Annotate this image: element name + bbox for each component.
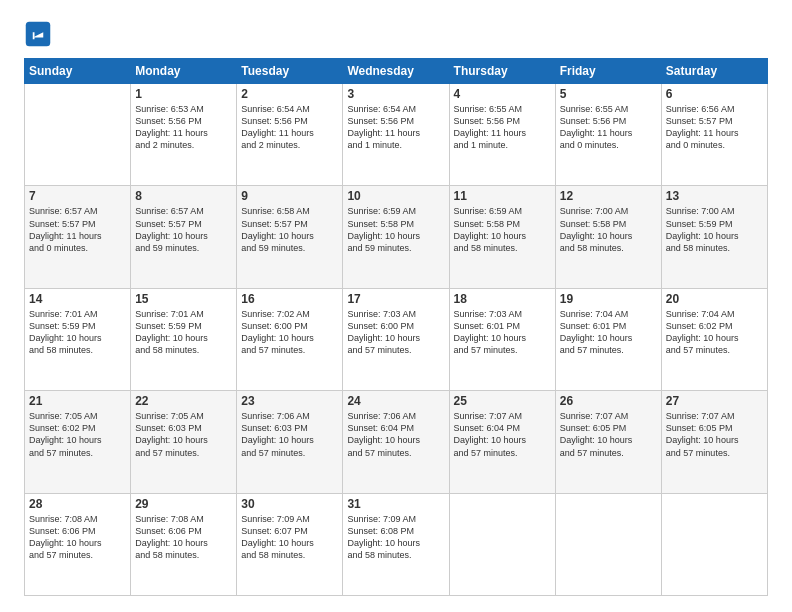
cell-detail: Sunrise: 7:07 AM Sunset: 6:04 PM Dayligh… [454, 410, 551, 459]
calendar-cell: 4Sunrise: 6:55 AM Sunset: 5:56 PM Daylig… [449, 84, 555, 186]
logo-icon [24, 20, 52, 48]
calendar-cell [661, 493, 767, 595]
cell-detail: Sunrise: 7:04 AM Sunset: 6:02 PM Dayligh… [666, 308, 763, 357]
svg-rect-2 [33, 32, 35, 39]
day-number: 9 [241, 189, 338, 203]
cell-detail: Sunrise: 6:56 AM Sunset: 5:57 PM Dayligh… [666, 103, 763, 152]
calendar-cell: 21Sunrise: 7:05 AM Sunset: 6:02 PM Dayli… [25, 391, 131, 493]
calendar-cell: 22Sunrise: 7:05 AM Sunset: 6:03 PM Dayli… [131, 391, 237, 493]
day-number: 23 [241, 394, 338, 408]
day-number: 11 [454, 189, 551, 203]
calendar-cell: 11Sunrise: 6:59 AM Sunset: 5:58 PM Dayli… [449, 186, 555, 288]
cell-detail: Sunrise: 7:06 AM Sunset: 6:04 PM Dayligh… [347, 410, 444, 459]
calendar-cell: 16Sunrise: 7:02 AM Sunset: 6:00 PM Dayli… [237, 288, 343, 390]
weekday-header: Wednesday [343, 59, 449, 84]
calendar-cell: 23Sunrise: 7:06 AM Sunset: 6:03 PM Dayli… [237, 391, 343, 493]
calendar-table: SundayMondayTuesdayWednesdayThursdayFrid… [24, 58, 768, 596]
calendar-cell: 12Sunrise: 7:00 AM Sunset: 5:58 PM Dayli… [555, 186, 661, 288]
calendar-cell: 5Sunrise: 6:55 AM Sunset: 5:56 PM Daylig… [555, 84, 661, 186]
cell-detail: Sunrise: 7:07 AM Sunset: 6:05 PM Dayligh… [560, 410, 657, 459]
day-number: 26 [560, 394, 657, 408]
day-number: 30 [241, 497, 338, 511]
calendar-cell: 1Sunrise: 6:53 AM Sunset: 5:56 PM Daylig… [131, 84, 237, 186]
calendar-cell: 6Sunrise: 6:56 AM Sunset: 5:57 PM Daylig… [661, 84, 767, 186]
weekday-header: Tuesday [237, 59, 343, 84]
day-number: 4 [454, 87, 551, 101]
cell-detail: Sunrise: 7:09 AM Sunset: 6:08 PM Dayligh… [347, 513, 444, 562]
calendar-cell: 7Sunrise: 6:57 AM Sunset: 5:57 PM Daylig… [25, 186, 131, 288]
cell-detail: Sunrise: 6:59 AM Sunset: 5:58 PM Dayligh… [347, 205, 444, 254]
day-number: 27 [666, 394, 763, 408]
cell-detail: Sunrise: 6:53 AM Sunset: 5:56 PM Dayligh… [135, 103, 232, 152]
day-number: 1 [135, 87, 232, 101]
day-number: 2 [241, 87, 338, 101]
calendar-cell: 2Sunrise: 6:54 AM Sunset: 5:56 PM Daylig… [237, 84, 343, 186]
page: SundayMondayTuesdayWednesdayThursdayFrid… [0, 0, 792, 612]
calendar-cell: 19Sunrise: 7:04 AM Sunset: 6:01 PM Dayli… [555, 288, 661, 390]
day-number: 13 [666, 189, 763, 203]
cell-detail: Sunrise: 7:06 AM Sunset: 6:03 PM Dayligh… [241, 410, 338, 459]
day-number: 20 [666, 292, 763, 306]
calendar-cell: 14Sunrise: 7:01 AM Sunset: 5:59 PM Dayli… [25, 288, 131, 390]
calendar-cell: 3Sunrise: 6:54 AM Sunset: 5:56 PM Daylig… [343, 84, 449, 186]
calendar-cell: 13Sunrise: 7:00 AM Sunset: 5:59 PM Dayli… [661, 186, 767, 288]
cell-detail: Sunrise: 6:57 AM Sunset: 5:57 PM Dayligh… [29, 205, 126, 254]
calendar-cell: 29Sunrise: 7:08 AM Sunset: 6:06 PM Dayli… [131, 493, 237, 595]
cell-detail: Sunrise: 6:55 AM Sunset: 5:56 PM Dayligh… [560, 103, 657, 152]
day-number: 21 [29, 394, 126, 408]
day-number: 31 [347, 497, 444, 511]
calendar-week: 1Sunrise: 6:53 AM Sunset: 5:56 PM Daylig… [25, 84, 768, 186]
calendar-cell: 30Sunrise: 7:09 AM Sunset: 6:07 PM Dayli… [237, 493, 343, 595]
cell-detail: Sunrise: 7:09 AM Sunset: 6:07 PM Dayligh… [241, 513, 338, 562]
day-number: 6 [666, 87, 763, 101]
calendar-cell: 27Sunrise: 7:07 AM Sunset: 6:05 PM Dayli… [661, 391, 767, 493]
calendar-cell: 26Sunrise: 7:07 AM Sunset: 6:05 PM Dayli… [555, 391, 661, 493]
day-number: 8 [135, 189, 232, 203]
cell-detail: Sunrise: 7:01 AM Sunset: 5:59 PM Dayligh… [135, 308, 232, 357]
cell-detail: Sunrise: 7:00 AM Sunset: 5:59 PM Dayligh… [666, 205, 763, 254]
day-number: 7 [29, 189, 126, 203]
day-number: 29 [135, 497, 232, 511]
cell-detail: Sunrise: 6:59 AM Sunset: 5:58 PM Dayligh… [454, 205, 551, 254]
cell-detail: Sunrise: 6:55 AM Sunset: 5:56 PM Dayligh… [454, 103, 551, 152]
calendar-cell: 25Sunrise: 7:07 AM Sunset: 6:04 PM Dayli… [449, 391, 555, 493]
calendar-cell: 10Sunrise: 6:59 AM Sunset: 5:58 PM Dayli… [343, 186, 449, 288]
calendar-cell: 28Sunrise: 7:08 AM Sunset: 6:06 PM Dayli… [25, 493, 131, 595]
weekday-header: Saturday [661, 59, 767, 84]
calendar-cell [449, 493, 555, 595]
cell-detail: Sunrise: 6:57 AM Sunset: 5:57 PM Dayligh… [135, 205, 232, 254]
calendar-cell: 18Sunrise: 7:03 AM Sunset: 6:01 PM Dayli… [449, 288, 555, 390]
day-number: 10 [347, 189, 444, 203]
calendar-week: 14Sunrise: 7:01 AM Sunset: 5:59 PM Dayli… [25, 288, 768, 390]
cell-detail: Sunrise: 7:03 AM Sunset: 6:00 PM Dayligh… [347, 308, 444, 357]
calendar-cell: 9Sunrise: 6:58 AM Sunset: 5:57 PM Daylig… [237, 186, 343, 288]
cell-detail: Sunrise: 6:54 AM Sunset: 5:56 PM Dayligh… [241, 103, 338, 152]
cell-detail: Sunrise: 7:05 AM Sunset: 6:02 PM Dayligh… [29, 410, 126, 459]
calendar-cell: 17Sunrise: 7:03 AM Sunset: 6:00 PM Dayli… [343, 288, 449, 390]
weekday-header: Monday [131, 59, 237, 84]
cell-detail: Sunrise: 6:58 AM Sunset: 5:57 PM Dayligh… [241, 205, 338, 254]
calendar-cell: 31Sunrise: 7:09 AM Sunset: 6:08 PM Dayli… [343, 493, 449, 595]
svg-rect-0 [26, 22, 51, 47]
cell-detail: Sunrise: 7:01 AM Sunset: 5:59 PM Dayligh… [29, 308, 126, 357]
cell-detail: Sunrise: 7:04 AM Sunset: 6:01 PM Dayligh… [560, 308, 657, 357]
header [24, 20, 768, 48]
cell-detail: Sunrise: 7:00 AM Sunset: 5:58 PM Dayligh… [560, 205, 657, 254]
calendar-week: 21Sunrise: 7:05 AM Sunset: 6:02 PM Dayli… [25, 391, 768, 493]
cell-detail: Sunrise: 6:54 AM Sunset: 5:56 PM Dayligh… [347, 103, 444, 152]
day-number: 16 [241, 292, 338, 306]
calendar-cell: 20Sunrise: 7:04 AM Sunset: 6:02 PM Dayli… [661, 288, 767, 390]
day-number: 14 [29, 292, 126, 306]
day-number: 22 [135, 394, 232, 408]
calendar-cell [555, 493, 661, 595]
calendar-week: 28Sunrise: 7:08 AM Sunset: 6:06 PM Dayli… [25, 493, 768, 595]
day-number: 3 [347, 87, 444, 101]
weekday-header: Friday [555, 59, 661, 84]
day-number: 17 [347, 292, 444, 306]
weekday-header: Thursday [449, 59, 555, 84]
cell-detail: Sunrise: 7:07 AM Sunset: 6:05 PM Dayligh… [666, 410, 763, 459]
logo [24, 20, 56, 48]
cell-detail: Sunrise: 7:08 AM Sunset: 6:06 PM Dayligh… [135, 513, 232, 562]
cell-detail: Sunrise: 7:08 AM Sunset: 6:06 PM Dayligh… [29, 513, 126, 562]
cell-detail: Sunrise: 7:03 AM Sunset: 6:01 PM Dayligh… [454, 308, 551, 357]
